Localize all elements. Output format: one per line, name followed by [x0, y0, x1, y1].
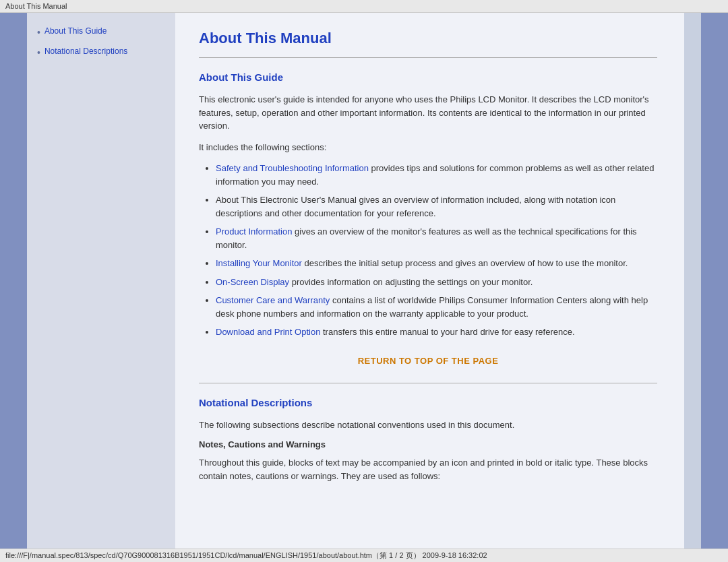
sidebar-nav: About This Guide Notational Descriptions [37, 26, 165, 59]
sidebar: About This Guide Notational Descriptions [27, 13, 175, 549]
link-installing[interactable]: Installing Your Monitor [216, 258, 302, 268]
link-warranty[interactable]: Customer Care and Warranty [216, 295, 330, 305]
list-item-installing: Installing Your Monitor describes the in… [216, 257, 657, 270]
sidebar-link-about-guide[interactable]: About This Guide [44, 26, 107, 37]
content-area: About This Manual About This Guide This … [175, 13, 684, 549]
notational-intro: The following subsections describe notat… [199, 418, 657, 432]
status-bar-text: file:///F|/manual.spec/813/spec/cd/Q70G9… [5, 551, 487, 559]
return-to-top: RETURN TO TOP OF THE PAGE [199, 356, 657, 366]
main-layout: About This Guide Notational Descriptions… [0, 13, 728, 549]
section-title-about-guide: About This Guide [199, 71, 657, 83]
title-bar-text: About This Manual [5, 2, 67, 10]
includes-text: It includes the following sections: [199, 141, 657, 154]
list-item-download: Download and Print Option transfers this… [216, 325, 657, 339]
link-download[interactable]: Download and Print Option [216, 327, 320, 337]
left-accent-bar [0, 13, 27, 549]
list-item-electronic-manual: About This Electronic User's Manual give… [216, 193, 657, 220]
list-item-osd: On-Screen Display provides information o… [216, 276, 657, 289]
link-safety[interactable]: Safety and Troubleshooting Information [216, 163, 369, 173]
return-to-top-link[interactable]: RETURN TO TOP OF THE PAGE [358, 356, 499, 366]
sidebar-item-notational: Notational Descriptions [37, 46, 165, 59]
list-item-warranty: Customer Care and Warranty contains a li… [216, 294, 657, 320]
sidebar-link-notational[interactable]: Notational Descriptions [44, 46, 127, 57]
page-title: About This Manual [199, 30, 657, 47]
sidebar-item-about-guide: About This Guide [37, 26, 165, 38]
notes-title: Notes, Cautions and Warnings [199, 439, 657, 449]
link-osd[interactable]: On-Screen Display [216, 277, 289, 287]
right-accent-2 [701, 13, 728, 549]
list-item-product-info: Product Information gives an overview of… [216, 225, 657, 251]
about-guide-intro: This electronic user's guide is intended… [199, 93, 657, 133]
link-product-info[interactable]: Product Information [216, 226, 292, 237]
notes-body: Throughout this guide, blocks of text ma… [199, 456, 657, 482]
list-item-safety: Safety and Troubleshooting Information p… [216, 162, 657, 188]
title-bar: About This Manual [0, 0, 728, 13]
right-accent-1 [684, 13, 701, 549]
status-bar: file:///F|/manual.spec/813/spec/cd/Q70G9… [0, 549, 728, 562]
divider-top [199, 57, 657, 58]
divider-middle [199, 383, 657, 383]
section-title-notational: Notational Descriptions [199, 397, 657, 408]
sections-list: Safety and Troubleshooting Information p… [199, 162, 657, 339]
